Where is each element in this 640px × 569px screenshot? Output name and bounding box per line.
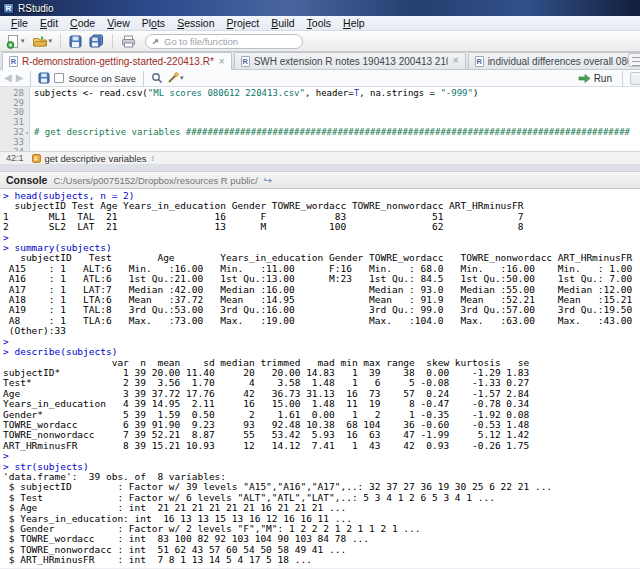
tab-label: SWH extension R notes 190413 200413 2104… <box>254 56 448 67</box>
goto-arrow-icon <box>152 37 161 46</box>
editor-line: 34 <box>0 148 640 151</box>
console-working-directory: C:/Users/p0075152/Dropbox/resources R pu… <box>53 175 257 186</box>
new-file-icon <box>6 34 20 49</box>
console-pane[interactable]: > head(subjects, n = 2) subjectID Test A… <box>0 189 640 568</box>
console-output-line: (Other):33 <box>3 326 640 336</box>
console-title: Console <box>6 174 47 186</box>
goto-directory-icon[interactable]: ↪ <box>264 175 272 186</box>
code-text: # get descriptive variables ############… <box>30 128 630 138</box>
toolbar-separator <box>112 34 113 49</box>
r-file-icon <box>241 56 250 67</box>
console-command-line: > <box>3 451 640 461</box>
print-icon <box>121 35 136 48</box>
close-tab-icon[interactable]: × <box>452 56 459 66</box>
code-text <box>30 148 34 151</box>
save-icon <box>38 72 50 84</box>
source-on-save-checkbox[interactable]: Source on Save <box>54 73 136 84</box>
editor-line: 29 <box>0 99 640 109</box>
console-output-line: Years_in_education 4 39 14.95 2.11 16 15… <box>3 399 640 409</box>
rstudio-window: RStudio FileEditCodeViewPlotsSessionProj… <box>0 0 640 569</box>
menu-plots[interactable]: Plots <box>136 16 171 30</box>
new-file-dropdown-icon[interactable]: ▾ <box>21 37 25 45</box>
save-button[interactable] <box>67 33 84 50</box>
console-command-line: > describe(subjects) <box>3 347 640 357</box>
editor-line: 33 <box>0 138 640 148</box>
tab-list-icon[interactable] <box>628 53 640 67</box>
code-text <box>30 108 34 118</box>
open-file-button[interactable]: ▾ <box>30 33 55 50</box>
r-file-icon <box>475 56 484 67</box>
save-icon <box>69 35 82 48</box>
editor-line: 30 <box>0 108 640 118</box>
editor-line: 28subjects <- read.csv("ML scores 080612… <box>0 89 640 99</box>
menu-help[interactable]: Help <box>337 16 371 30</box>
menu-bar: FileEditCodeViewPlotsSessionProjectBuild… <box>0 16 640 31</box>
console-output-line: 2 SL2 LAT 21 13 M 100 62 8 <box>3 222 640 232</box>
menu-project[interactable]: Project <box>221 16 266 30</box>
scope-selector[interactable]: get descriptive variables ↕ <box>32 153 155 164</box>
close-tab-icon[interactable]: × <box>218 57 225 67</box>
magnifier-icon <box>151 72 163 84</box>
pane-splitter[interactable] <box>0 164 640 171</box>
editor-status-bar: 42:1 get descriptive variables ↕ <box>0 151 640 164</box>
run-icon <box>578 73 591 84</box>
window-title: RStudio <box>18 3 54 14</box>
menu-view[interactable]: View <box>101 16 136 30</box>
toolbar-separator <box>60 34 61 49</box>
console-output-line: A8 : 1 TLA:6 Max. :73.00 Max. :19.00 Max… <box>3 316 640 326</box>
magic-wand-icon <box>167 72 179 84</box>
code-tools-dropdown-icon[interactable]: ▾ <box>180 74 184 82</box>
checkbox-icon[interactable] <box>54 73 64 83</box>
open-folder-icon <box>32 34 48 48</box>
run-label: Run <box>594 73 612 84</box>
toolbar-separator <box>622 71 623 86</box>
goto-file-function-box[interactable] <box>145 34 303 49</box>
console-output-line: $ ART_HRminusFR : int 7 8 1 13 14 5 4 17… <box>3 555 640 565</box>
editor-toolbar: ◀ ▶ Source on Save ▾ <box>0 70 640 87</box>
main-toolbar: ▾ ▾ <box>0 31 640 52</box>
rerun-button[interactable] <box>630 72 640 85</box>
code-text: subjects <- read.csv("ML scores 080612 2… <box>30 89 478 99</box>
toolbar-separator <box>143 71 144 86</box>
menu-build[interactable]: Build <box>265 16 300 30</box>
find-replace-button[interactable] <box>151 72 163 84</box>
r-file-icon <box>9 56 18 67</box>
save-all-icon <box>89 34 104 48</box>
menu-tools[interactable]: Tools <box>301 16 338 30</box>
back-icon[interactable]: ◀ <box>4 71 12 85</box>
open-file-dropdown-icon[interactable]: ▾ <box>49 37 53 45</box>
editor-tab[interactable]: individual differences overall 080413 09… <box>468 52 640 69</box>
menu-file[interactable]: File <box>5 16 34 30</box>
cursor-position: 42:1 <box>6 153 24 163</box>
tab-label: individual differences overall 080413 09… <box>488 56 640 67</box>
tab-bar: R-demonstration-getting-started-220413.R… <box>0 52 640 70</box>
menu-session[interactable]: Session <box>171 16 220 30</box>
forward-icon[interactable]: ▶ <box>16 71 24 85</box>
console-header: Console C:/Users/p0075152/Dropbox/resour… <box>0 171 640 189</box>
save-all-button[interactable] <box>87 33 106 50</box>
code-text <box>30 138 34 148</box>
toolbar-separator <box>30 71 31 86</box>
new-file-button[interactable]: ▾ <box>4 33 27 50</box>
tab-label: R-demonstration-getting-started-220413.R… <box>22 56 214 67</box>
console-output-line: ART_HRminusFR 8 39 15.21 10.93 12 14.12 … <box>3 441 640 451</box>
rstudio-logo-icon <box>3 3 14 14</box>
source-editor[interactable]: 2728subjects <- read.csv("ML scores 0806… <box>0 87 640 151</box>
menu-edit[interactable]: Edit <box>34 16 64 30</box>
goto-file-function-input[interactable] <box>164 36 284 47</box>
save-source-button[interactable] <box>38 72 50 84</box>
menu-code[interactable]: Code <box>64 16 101 30</box>
print-button[interactable] <box>119 33 138 50</box>
line-number: 34 <box>0 148 24 151</box>
editor-tab[interactable]: R-demonstration-getting-started-220413.R… <box>2 52 232 70</box>
editor-line: 32▾# get descriptive variables #########… <box>0 128 640 138</box>
scope-arrows-icon: ↕ <box>150 154 154 163</box>
code-text <box>30 99 34 109</box>
source-on-save-label: Source on Save <box>68 73 136 84</box>
run-button[interactable]: Run <box>575 73 615 84</box>
editor-tab[interactable]: SWH extension R notes 190413 200413 2104… <box>234 52 466 69</box>
scope-label: get descriptive variables <box>45 153 147 164</box>
section-icon <box>32 154 41 163</box>
code-tools-button[interactable]: ▾ <box>167 72 184 84</box>
title-bar[interactable]: RStudio <box>0 0 640 16</box>
